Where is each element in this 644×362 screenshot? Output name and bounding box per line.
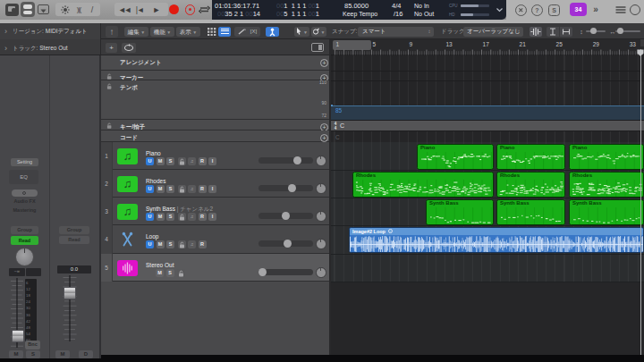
svg-text:18: 18 xyxy=(26,293,30,298)
svg-text:6: 6 xyxy=(26,281,29,285)
svg-text:30: 30 xyxy=(26,306,30,310)
svg-text:36: 36 xyxy=(26,313,30,317)
svg-text:24: 24 xyxy=(26,299,30,304)
svg-text:54: 54 xyxy=(26,332,30,336)
svg-text:12: 12 xyxy=(26,287,30,291)
svg-text:48: 48 xyxy=(26,325,30,330)
svg-text:42: 42 xyxy=(26,319,30,324)
